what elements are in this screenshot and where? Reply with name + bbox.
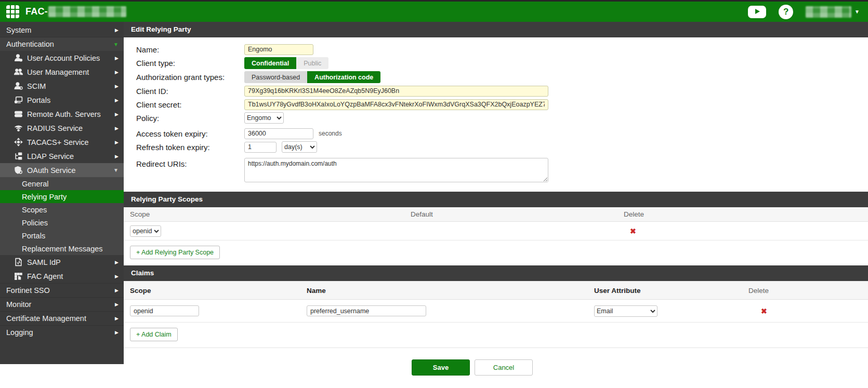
chevron-right-icon: ▶ (115, 56, 119, 61)
policy-label: Policy: (136, 114, 244, 123)
sidebar-item-radius-service[interactable]: RADIUS Service ▶ (0, 121, 124, 135)
chevron-down-icon: ▼ (113, 42, 119, 47)
sidebar-item-oauth-portals[interactable]: Portals (0, 229, 124, 242)
refresh-token-expiry-input[interactable] (244, 142, 277, 153)
sidebar-item-label: SCIM (27, 82, 46, 90)
policy-select[interactable]: Engomo (244, 112, 284, 124)
refresh-token-expiry-unit-select[interactable]: day(s) (282, 141, 317, 153)
grant-types-label: Authorization grant types: (136, 73, 244, 82)
sidebar-item-remote-auth-servers[interactable]: Remote Auth. Servers ▶ (0, 107, 124, 121)
chevron-right-icon: ▶ (115, 316, 119, 321)
claims-col-name: Name (307, 287, 594, 295)
client-id-input[interactable] (244, 86, 548, 97)
sidebar-item-scim[interactable]: SCIM ▶ (0, 79, 124, 93)
sidebar-item-label: Relying Party (22, 193, 67, 201)
sidebar: System ▶ Authentication ▼ User Account P… (0, 22, 124, 388)
chevron-down-icon: ▼ (113, 167, 119, 173)
users-icon (14, 68, 23, 77)
claims-section-title: Claims (124, 265, 868, 281)
user-wrench-icon (14, 53, 23, 63)
scopes-table-row: openid ✖ (124, 222, 868, 240)
sidebar-item-label: Fortinet SSO (6, 286, 50, 295)
grant-password-based-button[interactable]: Password-based (244, 71, 307, 83)
access-token-expiry-unit: seconds (319, 130, 342, 137)
sidebar-item-label: Portals (27, 96, 50, 104)
sidebar-item-user-management[interactable]: User Management ▶ (0, 65, 124, 79)
client-secret-input[interactable] (244, 99, 548, 110)
chevron-right-icon: ▶ (115, 70, 119, 75)
chevron-right-icon: ▶ (115, 112, 119, 117)
tacacs-cross-icon (14, 138, 23, 147)
sidebar-item-authentication[interactable]: Authentication ▼ (0, 37, 124, 51)
redirect-uris-label: Redirect URIs: (136, 158, 244, 168)
sidebar-item-label: System (6, 26, 31, 34)
cancel-button[interactable]: Cancel (475, 359, 533, 376)
grant-authorization-code-button[interactable]: Authorization code (307, 71, 380, 83)
name-input[interactable] (244, 44, 313, 55)
claim-user-attribute-select[interactable]: Email (594, 305, 657, 317)
access-token-expiry-label: Access token expiry: (136, 129, 244, 138)
chevron-right-icon: ▶ (115, 126, 119, 131)
sidebar-item-label: SAML IdP (27, 258, 61, 266)
scope-select[interactable]: openid (130, 225, 161, 237)
scopes-section-title: Relying Party Scopes (124, 192, 868, 207)
sidebar-item-label: Scopes (22, 206, 47, 214)
servers-icon (14, 110, 23, 119)
shield-icon (14, 166, 23, 175)
name-label: Name: (136, 45, 244, 54)
chevron-right-icon: ▶ (115, 302, 119, 307)
sidebar-item-label: RADIUS Service (27, 124, 83, 132)
help-icon[interactable]: ? (779, 5, 793, 19)
sidebar-item-monitor[interactable]: Monitor ▶ (0, 297, 124, 311)
delete-claim-icon[interactable]: ✖ (748, 307, 767, 315)
add-relying-party-scope-button[interactable]: + Add Relying Party Scope (130, 246, 220, 259)
youtube-icon[interactable] (748, 6, 766, 18)
chevron-right-icon: ▶ (115, 28, 119, 33)
sidebar-item-fac-agent[interactable]: FAC Agent ▶ (0, 269, 124, 283)
brand-label: FAC- (25, 6, 48, 17)
wifi-icon (14, 124, 23, 133)
sidebar-item-certificate-management[interactable]: Certificate Management ▶ (0, 311, 124, 325)
sidebar-item-label: Logging (6, 328, 33, 337)
sidebar-item-user-account-policies[interactable]: User Account Policies ▶ (0, 51, 124, 65)
add-claim-button[interactable]: + Add Claim (130, 328, 178, 341)
agent-grid-icon (14, 272, 23, 281)
sidebar-item-logging[interactable]: Logging ▶ (0, 325, 124, 339)
client-type-label: Client type: (136, 59, 244, 68)
sidebar-item-oauth-general[interactable]: General (0, 177, 124, 190)
sidebar-item-ldap-service[interactable]: LDAP Service ▶ (0, 149, 124, 163)
main-content: Edit Relying Party Name: Client type: Co… (124, 22, 868, 388)
top-bar: FAC- ? ▼ (0, 0, 868, 22)
sidebar-item-fortinet-sso[interactable]: Fortinet SSO ▶ (0, 283, 124, 297)
delete-scope-icon[interactable]: ✖ (624, 227, 636, 235)
sidebar-item-oauth-replacement-messages[interactable]: Replacement Messages (0, 242, 124, 255)
sidebar-item-oauth-service[interactable]: OAuth Service ▼ (0, 163, 124, 177)
save-button[interactable]: Save (412, 359, 470, 376)
client-type-confidential-button[interactable]: Confidential (244, 57, 296, 69)
sidebar-item-system[interactable]: System ▶ (0, 23, 124, 37)
client-type-toggle: Confidential Public (244, 57, 328, 69)
user-menu[interactable]: ▼ (806, 6, 860, 18)
relying-party-form: Name: Client type: Confidential Public A… (124, 37, 868, 192)
scopes-col-scope: Scope (130, 210, 411, 218)
claims-col-user-attribute: User Attribute (594, 287, 748, 295)
sidebar-item-oauth-policies[interactable]: Policies (0, 216, 124, 229)
sidebar-item-saml-idp[interactable]: SAML IdP ▶ (0, 255, 124, 269)
claims-table-header: Scope Name User Attribute Delete (124, 281, 868, 300)
ldap-tree-icon (14, 152, 23, 161)
sidebar-item-oauth-scopes[interactable]: Scopes (0, 203, 124, 216)
sidebar-item-label: Portals (22, 232, 45, 240)
sidebar-item-label: FAC Agent (27, 272, 63, 280)
chevron-right-icon: ▶ (115, 260, 119, 265)
claim-scope-input[interactable] (130, 305, 199, 316)
apps-grid-icon[interactable] (6, 5, 19, 18)
sidebar-item-oauth-relying-party[interactable]: Relying Party (0, 190, 124, 203)
sidebar-item-tacacs-service[interactable]: TACACS+ Service ▶ (0, 135, 124, 149)
grant-types-toggle: Password-based Authorization code (244, 71, 380, 83)
claim-name-input[interactable] (307, 305, 426, 316)
chevron-right-icon: ▶ (115, 140, 119, 145)
sidebar-item-portals[interactable]: Portals ▶ (0, 93, 124, 107)
redirect-uris-textarea[interactable]: https://auth.mydomain.com/auth (244, 158, 548, 182)
client-type-public-button[interactable]: Public (296, 57, 328, 69)
access-token-expiry-input[interactable] (244, 128, 313, 139)
